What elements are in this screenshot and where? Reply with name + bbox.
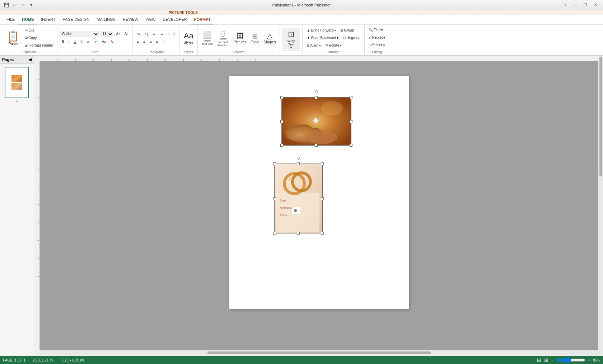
- select-button[interactable]: ⊡ Select =: [367, 42, 387, 49]
- resize-handle-tl-1[interactable]: [280, 96, 283, 99]
- resize-handle-tr-1[interactable]: [350, 96, 352, 99]
- resize-handle-br-1[interactable]: [350, 144, 352, 147]
- rotate-button[interactable]: ↻ Rotate ▾: [323, 42, 343, 49]
- resize-handle-tl-2[interactable]: [273, 162, 276, 165]
- font-color-button[interactable]: A: [109, 38, 115, 46]
- cut-button[interactable]: ✂ Cut: [23, 27, 55, 34]
- subscript-button[interactable]: x₂: [85, 38, 92, 46]
- indent-decrease-button[interactable]: ⇤: [151, 30, 158, 38]
- columns-button[interactable]: ⋮: [161, 38, 168, 45]
- align-button[interactable]: ⊟ Align ▾: [305, 42, 322, 49]
- rotate-handle-1[interactable]: [315, 90, 318, 93]
- bring-forward-label: Bring Forward: [311, 28, 333, 32]
- tab-file[interactable]: FILE: [3, 15, 18, 24]
- vertical-scroll-thumb[interactable]: [599, 57, 602, 176]
- tab-insert[interactable]: INSERT: [37, 15, 59, 24]
- page-thumbnail-1[interactable]: [5, 67, 29, 98]
- quick-access-toolbar: 💾 ↩ ↪ ▾: [3, 2, 35, 8]
- bring-forward-button[interactable]: ▲ Bring Forward ▾: [305, 27, 338, 34]
- rotate-handle-2[interactable]: [297, 157, 300, 160]
- resize-handle-mr-2[interactable]: [321, 197, 324, 200]
- horizontal-ruler: [40, 56, 598, 61]
- align-center-button[interactable]: ≡: [141, 38, 147, 45]
- restore-button[interactable]: ❐: [581, 1, 590, 9]
- resize-handle-ml-2[interactable]: [273, 197, 276, 200]
- two-page-view-button[interactable]: ⊞: [544, 357, 548, 363]
- group-label: Group: [344, 28, 354, 32]
- resize-handle-br-2[interactable]: [321, 232, 324, 235]
- styles-button[interactable]: Aa Styles: [182, 30, 195, 46]
- format-painter-button[interactable]: 🖌 Format Painter: [23, 42, 55, 49]
- numbering-button[interactable]: ≡1: [143, 30, 150, 38]
- tab-view[interactable]: VIEW: [142, 15, 159, 24]
- horizontal-scroll-thumb[interactable]: [207, 351, 431, 354]
- paste-button[interactable]: 📋 Paste: [4, 27, 23, 49]
- underline-button[interactable]: U: [72, 38, 78, 46]
- resize-handle-bm-2[interactable]: [297, 232, 300, 235]
- zoom-slider[interactable]: [556, 357, 585, 363]
- strikethrough-button[interactable]: S̶: [79, 38, 84, 46]
- normal-view-button[interactable]: ⊟: [537, 357, 541, 363]
- resize-handle-bl-2[interactable]: [273, 232, 276, 235]
- group-button[interactable]: ⊞ Group: [338, 27, 356, 34]
- horizontal-scrollbar[interactable]: [40, 350, 598, 355]
- help-button[interactable]: ?: [561, 1, 570, 9]
- line-spacing-button[interactable]: ↕: [165, 30, 171, 38]
- table-button[interactable]: ⊞ Table: [249, 30, 261, 45]
- tab-format[interactable]: FORMAT: [191, 15, 214, 24]
- vertical-scrollbar[interactable]: [598, 56, 603, 355]
- resize-handle-tr-2[interactable]: [321, 162, 324, 165]
- undo-button[interactable]: ↩: [11, 2, 18, 8]
- tab-mailings[interactable]: MAILINGS: [93, 15, 119, 24]
- shrink-font-button[interactable]: A↓: [123, 30, 131, 38]
- copy-button[interactable]: ⧉ Copy: [23, 34, 55, 42]
- superscript-button[interactable]: x²: [93, 38, 99, 46]
- font-size-select[interactable]: 11: [100, 31, 113, 37]
- tab-home[interactable]: HOME: [18, 15, 37, 24]
- grow-font-button[interactable]: A↑: [114, 30, 122, 38]
- tab-review[interactable]: REVIEW: [119, 15, 142, 24]
- resize-handle-tm-1[interactable]: [315, 96, 318, 99]
- arrange-row1: ▲ Bring Forward ▾ ⊞ Group: [305, 27, 362, 34]
- indent-increase-button[interactable]: ⇥: [158, 30, 165, 38]
- font-family-select[interactable]: Calibri: [60, 31, 99, 37]
- replace-button[interactable]: ⇄ Replace: [367, 34, 387, 41]
- close-button[interactable]: ✕: [591, 1, 600, 9]
- send-backward-button[interactable]: ▼ Send Backward ▾: [305, 34, 340, 42]
- resize-handle-bl-1[interactable]: [280, 144, 283, 147]
- pictures-button[interactable]: 🖼 Pictures: [232, 31, 248, 45]
- align-label: Align: [310, 43, 318, 47]
- wrap-text-button[interactable]: ⊡ Wrap Text ▾: [282, 28, 300, 51]
- align-left-button[interactable]: ≡: [135, 38, 141, 45]
- show-hide-button[interactable]: ¶: [172, 30, 177, 38]
- list-item[interactable]: 1: [3, 67, 31, 103]
- bullets-button[interactable]: ≡•: [135, 30, 142, 38]
- image-frame-2[interactable]: Satu nineteen h four o ⊕: [274, 164, 323, 233]
- resize-handle-tm-2[interactable]: [297, 162, 300, 165]
- ungroup-button[interactable]: ⊟ Ungroup: [341, 34, 362, 42]
- zoom-slider-minus[interactable]: −: [551, 358, 553, 362]
- resize-handle-mr-1[interactable]: [350, 120, 352, 123]
- tab-developer[interactable]: DEVELOPER: [159, 15, 190, 24]
- redo-button[interactable]: ↪: [19, 2, 27, 8]
- image-frame-1[interactable]: [281, 97, 351, 146]
- minimize-button[interactable]: ─: [571, 1, 580, 9]
- font-controls: Calibri 11 A↑ A↓ B I U S̶ x₂ x² Aa A: [60, 30, 130, 46]
- resize-handle-bm-1[interactable]: [315, 144, 318, 147]
- shapes-button[interactable]: △ Shapes: [262, 30, 278, 45]
- italic-button[interactable]: I: [66, 38, 71, 46]
- resize-handle-ml-1[interactable]: [280, 120, 283, 123]
- pages-collapse-button[interactable]: ◀: [28, 57, 32, 62]
- zoom-slider-plus[interactable]: +: [588, 358, 590, 362]
- bold-button[interactable]: B: [60, 38, 66, 46]
- find-button[interactable]: 🔍 Find ▾: [367, 27, 387, 34]
- customize-qat-button[interactable]: ▾: [28, 2, 35, 8]
- tab-page-design[interactable]: PAGE DESIGN: [59, 15, 93, 24]
- change-case-button[interactable]: Aa: [100, 38, 108, 46]
- draw-text-box-button[interactable]: ⬜ Draw Text Box: [200, 29, 215, 47]
- draw-vertical-text-button[interactable]: ▯ Draw Vertical Text Box: [215, 28, 231, 48]
- align-right-button[interactable]: ≡: [148, 38, 154, 45]
- save-qat-button[interactable]: 💾: [3, 2, 10, 8]
- para-row2: ≡ ≡ ≡ ≡ ⋮: [135, 38, 177, 45]
- justify-button[interactable]: ≡: [154, 38, 160, 45]
